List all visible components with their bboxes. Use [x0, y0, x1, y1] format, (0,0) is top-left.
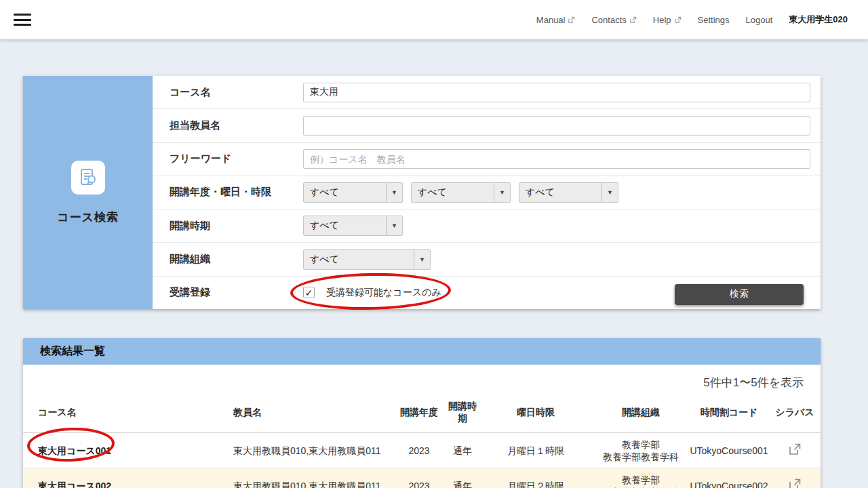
- hamburger-menu-icon[interactable]: [14, 14, 31, 26]
- day-period-cell: 月曜日１時限: [479, 433, 593, 468]
- nav-link-label: Contacts: [591, 15, 626, 25]
- nav-link-contacts[interactable]: Contacts: [591, 15, 636, 25]
- results-header: 検索結果一覧: [23, 338, 821, 365]
- organization-line2: 教養学部教養学科: [593, 451, 689, 463]
- chevron-down-icon: ▼: [386, 216, 402, 235]
- course-name-input[interactable]: [303, 83, 810, 102]
- teachers-cell: 東大用教職員010,東大用教職員011: [218, 433, 392, 468]
- column-header-teacher: 教員名: [218, 396, 392, 433]
- column-header-timetable-code: 時間割コード: [689, 396, 769, 433]
- term-label: 開講時期: [153, 220, 303, 232]
- search-button[interactable]: 検索: [675, 284, 804, 305]
- nav-link-label: Help: [653, 15, 671, 25]
- nav-link-settings[interactable]: Settings: [698, 15, 730, 25]
- nav-link-label: Settings: [698, 15, 730, 25]
- course-search-panel: コース検索 コース名 担当教員名 フリーワード 開講年度・曜日・時限 すべて ▼…: [23, 76, 821, 309]
- term-select-value: すべて: [304, 216, 386, 235]
- course-search-icon: [71, 161, 105, 195]
- course-name-label: コース名: [153, 86, 303, 99]
- course-name-link[interactable]: 東大用コース002: [38, 481, 111, 488]
- registration-checkbox[interactable]: ✓: [303, 287, 315, 298]
- form-row-organization: 開講組織 すべて ▼: [153, 243, 821, 276]
- organization-line1: 教養学部: [593, 439, 689, 451]
- nav-link-logout[interactable]: Logout: [746, 15, 773, 25]
- table-row-course-001: 東大用コース001 東大用教職員010,東大用教職員011 2023 通年 月曜…: [23, 433, 821, 468]
- chevron-down-icon: ▼: [414, 250, 430, 269]
- day-select-value: すべて: [412, 183, 494, 202]
- nav-link-help[interactable]: Help: [653, 15, 682, 25]
- external-link-icon: [674, 16, 682, 24]
- chevron-down-icon: ▼: [494, 183, 510, 202]
- day-period-cell: 月曜日２時限: [479, 468, 593, 488]
- results-table: コース名 教員名 開講年度 開講時期 曜日時限 開講組織 時間割コード シラバス…: [23, 396, 821, 488]
- results-table-header-row: コース名 教員名 開講年度 開講時期 曜日時限 開講組織 時間割コード シラバス: [23, 396, 821, 433]
- free-word-input[interactable]: [303, 149, 810, 169]
- external-link-icon: [568, 16, 575, 24]
- search-panel-title: コース検索: [57, 209, 119, 225]
- nav-link-label: Manual: [536, 15, 566, 25]
- timetable-code-cell: UTokyoCourse001: [689, 433, 769, 468]
- year-cell: 2023: [392, 468, 446, 488]
- term-cell: 通年: [446, 433, 479, 468]
- nav-link-manual[interactable]: Manual: [536, 15, 576, 25]
- organization-select[interactable]: すべて ▼: [303, 249, 431, 270]
- column-header-organization: 開講組織: [593, 396, 689, 433]
- form-row-teacher-name: 担当教員名: [153, 109, 821, 142]
- external-link-icon: [629, 16, 637, 24]
- year-select-value: すべて: [304, 183, 386, 202]
- results-count-text: 5件中1〜5件を表示: [23, 365, 821, 396]
- teacher-name-input[interactable]: [303, 116, 810, 136]
- top-navigation: Manual Contacts Help Settings Logout 東大用…: [536, 14, 848, 26]
- column-header-course: コース名: [23, 396, 218, 433]
- term-select[interactable]: すべて ▼: [303, 216, 403, 236]
- top-bar: Manual Contacts Help Settings Logout 東大用…: [0, 0, 868, 39]
- organization-select-value: すべて: [304, 250, 414, 269]
- column-header-day-period: 曜日時限: [479, 396, 593, 433]
- term-cell: 通年: [446, 468, 479, 488]
- logged-in-user-name: 東大用学生020: [789, 14, 848, 26]
- timetable-code-cell: UTokyoCourse002: [689, 468, 769, 488]
- period-select-value: すべて: [519, 183, 601, 202]
- column-header-term: 開講時期: [446, 396, 479, 433]
- year-cell: 2023: [392, 433, 446, 468]
- organization-cell: 教養学部 教養学部教養学科: [593, 433, 689, 468]
- organization-label: 開講組織: [153, 253, 303, 266]
- table-row-course-002: 東大用コース002 東大用教職員010,東大用教職員011 2023 通年 月曜…: [23, 468, 821, 488]
- year-day-period-label: 開講年度・曜日・時限: [153, 186, 303, 199]
- course-search-form: コース名 担当教員名 フリーワード 開講年度・曜日・時限 すべて ▼ すべて ▼: [153, 76, 821, 309]
- syllabus-external-link-icon[interactable]: [788, 478, 802, 488]
- chevron-down-icon: ▼: [386, 183, 402, 202]
- syllabus-external-link-icon[interactable]: [788, 443, 802, 459]
- chevron-down-icon: ▼: [601, 183, 618, 202]
- year-select[interactable]: すべて ▼: [303, 182, 403, 203]
- nav-link-label: Logout: [746, 15, 773, 25]
- form-row-term: 開講時期 すべて ▼: [153, 209, 821, 243]
- form-row-course-name: コース名: [153, 76, 821, 109]
- organization-cell: 教養学部 教養学部教養学科: [593, 468, 689, 488]
- course-name-link[interactable]: 東大用コース001: [38, 445, 111, 456]
- form-row-year-day-period: 開講年度・曜日・時限 すべて ▼ すべて ▼ すべて ▼: [153, 176, 821, 209]
- teacher-name-label: 担当教員名: [153, 119, 303, 132]
- results-title: 検索結果一覧: [40, 344, 105, 359]
- day-select[interactable]: すべて ▼: [411, 182, 511, 203]
- form-row-free-word: フリーワード: [153, 143, 821, 176]
- column-header-syllabus: シラバス: [769, 396, 821, 433]
- column-header-year: 開講年度: [392, 396, 446, 433]
- organization-line1: 教養学部: [593, 474, 689, 486]
- teachers-cell: 東大用教職員010,東大用教職員011: [218, 468, 392, 488]
- free-word-label: フリーワード: [153, 152, 303, 165]
- registration-label: 受講登録: [153, 286, 303, 299]
- period-select[interactable]: すべて ▼: [519, 182, 618, 203]
- registration-checkbox-label: 受講登録可能なコースのみ: [326, 287, 441, 299]
- course-search-sidebar: コース検索: [23, 76, 153, 309]
- form-row-registration: 受講登録 ✓ 受講登録可能なコースのみ 検索: [153, 277, 821, 309]
- search-results-panel: 検索結果一覧 5件中1〜5件を表示 コース名 教員名 開講年度 開講時期 曜日時…: [23, 338, 821, 488]
